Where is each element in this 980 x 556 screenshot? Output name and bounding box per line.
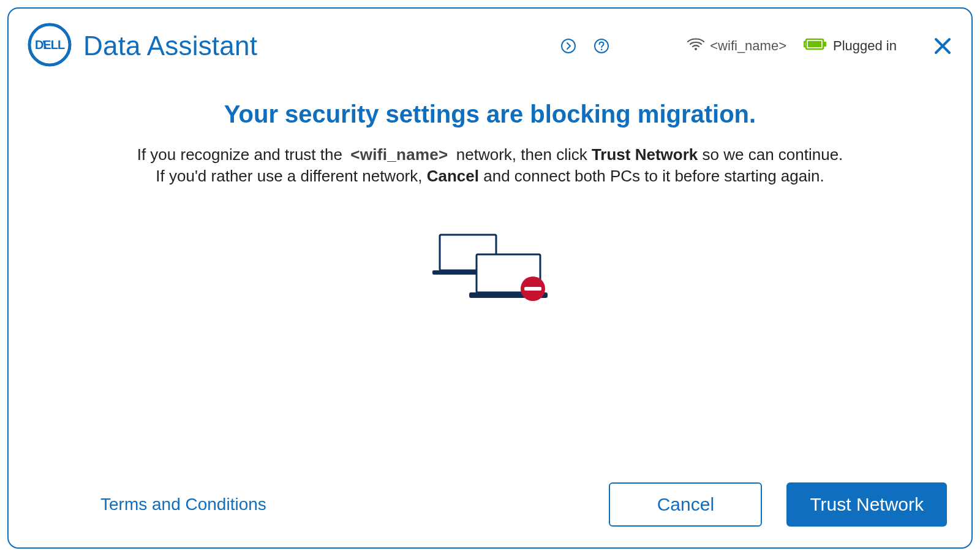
header-status-cluster: <wifi_name> Plugged in (560, 37, 897, 55)
svg-rect-15 (524, 287, 541, 291)
svg-point-3 (562, 39, 575, 53)
battery-plugged-icon (804, 37, 828, 55)
instruction-wifi-name: <wifi_name> (347, 145, 451, 164)
help-icon[interactable] (594, 38, 609, 54)
svg-point-5 (601, 48, 603, 50)
instruction-line2-a: If you'd rather use a different network, (156, 167, 426, 185)
close-icon[interactable] (932, 36, 953, 56)
wifi-name-label: <wifi_name> (710, 38, 786, 54)
dell-logo-icon: D​ELL (27, 22, 72, 70)
svg-point-6 (695, 48, 697, 50)
blocked-migration-illustration-icon (45, 230, 935, 310)
instruction-line1-c: so we can continue. (703, 145, 843, 164)
footer: Terms and Conditions Cancel Trust Networ… (9, 474, 971, 547)
instruction-trust-bold: Trust Network (592, 145, 698, 164)
trust-network-button[interactable]: Trust Network (786, 482, 947, 527)
instruction-text: If you recognize and trust the <wifi_nam… (129, 144, 851, 187)
power-status-label: Plugged in (833, 38, 897, 54)
app-title: Data Assistant (83, 31, 257, 61)
svg-text:D​ELL: D​ELL (35, 38, 65, 51)
next-circle-icon[interactable] (560, 38, 576, 54)
svg-rect-8 (808, 41, 821, 47)
main-content: Your security settings are blocking migr… (9, 82, 971, 474)
page-title: Your security settings are blocking migr… (45, 101, 935, 128)
instruction-cancel-bold: Cancel (427, 167, 479, 185)
instruction-line1-b: network, then click (456, 145, 592, 164)
wifi-status: <wifi_name> (687, 37, 786, 55)
logo-area: D​ELL Data Assistant (27, 22, 257, 70)
app-window: D​ELL Data Assistant (7, 7, 973, 549)
header: D​ELL Data Assistant (9, 9, 971, 76)
terms-and-conditions-link[interactable]: Terms and Conditions (100, 495, 266, 514)
svg-rect-9 (824, 42, 826, 47)
instruction-line1-a: If you recognize and trust the (137, 145, 347, 164)
cancel-button[interactable]: Cancel (609, 482, 762, 527)
power-status: Plugged in (804, 37, 897, 55)
instruction-line2-b: and connect both PCs to it before starti… (483, 167, 824, 185)
wifi-icon (687, 37, 705, 55)
